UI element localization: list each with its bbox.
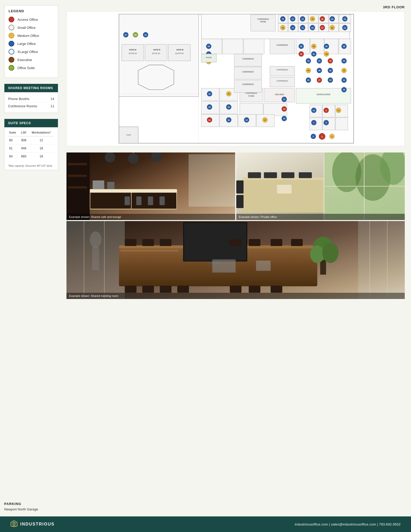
svg-rect-64: [234, 80, 262, 92]
svg-rect-255: [271, 239, 282, 246]
svg-rect-235: [281, 172, 294, 178]
ws-84: 18: [28, 152, 54, 161]
svg-rect-217: [188, 154, 235, 207]
svg-text:18: 18: [283, 108, 285, 110]
svg-text:2: 2: [313, 135, 314, 138]
svg-text:31: 31: [228, 93, 230, 95]
svg-text:SUITE 81: SUITE 81: [152, 52, 160, 55]
office-caption: Example shown: Private office: [236, 214, 405, 220]
svg-text:72: 72: [301, 18, 304, 20]
industrious-icon: [10, 520, 18, 529]
svg-text:71: 71: [301, 27, 304, 29]
svg-rect-237: [277, 185, 291, 194]
conference-rooms-count: 11: [51, 104, 54, 108]
svg-text:PHONE: PHONE: [260, 21, 266, 23]
meeting-rooms-section: SHARED MEETING ROOMS Phone Booths 14 Con…: [4, 84, 58, 113]
svg-rect-251: [142, 239, 154, 246]
svg-rect-257: [125, 286, 137, 293]
svg-rect-246: [120, 250, 179, 252]
suite-specs-header: SUITE SPECS: [4, 119, 58, 127]
svg-text:48: 48: [343, 45, 345, 48]
col-lsf: LSF: [19, 130, 28, 136]
svg-text:50: 50: [325, 45, 327, 48]
svg-text:55: 55: [300, 53, 302, 55]
svg-text:26: 26: [228, 106, 230, 108]
svg-text:25: 25: [208, 106, 211, 108]
floor-plan-svg: SUITE 84 SUITE 81 SUITE 80: [67, 11, 405, 146]
svg-text:SUITE 80: SUITE 80: [175, 52, 184, 55]
svg-rect-260: [177, 286, 189, 293]
svg-rect-25: [251, 15, 275, 31]
table-row: 80 908 12: [8, 136, 54, 144]
large-label: Large Office: [17, 42, 36, 46]
svg-text:CONFERENCE: CONFERENCE: [242, 83, 254, 85]
phone-booths-count: 14: [51, 97, 54, 101]
svg-rect-214: [68, 175, 87, 177]
svg-rect-215: [68, 186, 87, 189]
svg-rect-184: [270, 66, 295, 76]
svg-rect-60: [234, 54, 262, 66]
svg-rect-232: [236, 195, 244, 208]
col-workstations: Workstations*: [28, 130, 54, 136]
svg-text:75: 75: [282, 18, 284, 20]
parking-value: Newport North Garage: [4, 507, 58, 511]
svg-rect-234: [264, 172, 277, 178]
svg-rect-231: [236, 181, 244, 194]
suite-specs-section: SUITE SPECS Suite LSF Workstations* 80 9…: [4, 119, 58, 170]
svg-text:STAIR: STAIR: [126, 134, 131, 136]
svg-text:CONFERENCE: CONFERENCE: [277, 69, 288, 71]
meeting-caption: Example shown: Shared meeting room: [66, 293, 405, 299]
svg-rect-254: [249, 239, 260, 246]
floor-label: 3RD FLOOR: [66, 5, 405, 9]
svg-text:CONFERENCE: CONFERENCE: [242, 58, 254, 60]
suite-80: 80: [8, 136, 19, 144]
svg-rect-256: [291, 239, 303, 246]
svg-text:14: 14: [313, 109, 315, 112]
svg-rect-31: [270, 39, 295, 54]
svg-text:99: 99: [208, 45, 210, 48]
svg-rect-243: [92, 247, 99, 270]
medium-label: Medium Office: [17, 34, 39, 38]
small-dot: [9, 25, 14, 30]
svg-text:67: 67: [321, 27, 323, 29]
svg-point-267: [322, 243, 339, 263]
svg-text:69: 69: [311, 27, 313, 29]
svg-rect-199: [90, 189, 177, 192]
svg-text:66: 66: [331, 27, 333, 29]
svg-text:CONFERENCE: CONFERENCE: [257, 18, 269, 20]
svg-rect-258: [142, 286, 154, 293]
svg-text:PHONE: PHONE: [248, 95, 254, 97]
svg-text:51: 51: [313, 53, 315, 55]
legend-item-executive: Executive: [9, 57, 54, 63]
suite-81: 81: [8, 144, 19, 152]
svg-text:64: 64: [344, 27, 346, 29]
svg-text:15: 15: [283, 117, 285, 120]
svg-rect-272: [256, 261, 271, 271]
svg-text:21: 21: [283, 98, 285, 101]
svg-rect-62: [234, 67, 262, 79]
legend-item-small: Small Office: [9, 25, 54, 30]
svg-text:49: 49: [325, 53, 327, 55]
svg-text:83: 83: [145, 34, 147, 36]
svg-text:70: 70: [311, 18, 313, 20]
svg-text:34: 34: [343, 60, 345, 62]
svg-text:30: 30: [208, 93, 211, 95]
svg-text:CAFE/LOUNGE: CAFE/LOUNGE: [316, 93, 330, 96]
svg-rect-29: [223, 39, 243, 54]
svg-rect-233: [248, 172, 261, 178]
svg-text:76: 76: [282, 27, 284, 29]
svg-text:3: 3: [331, 135, 332, 138]
svg-rect-253: [230, 239, 241, 246]
svg-point-204: [128, 153, 138, 164]
executive-label: Executive: [17, 58, 32, 62]
svg-text:11: 11: [338, 109, 340, 112]
svg-text:65: 65: [331, 18, 333, 20]
legend-title: LEGEND: [9, 9, 54, 13]
svg-rect-44: [335, 118, 348, 130]
svg-text:41: 41: [318, 60, 320, 62]
svg-text:39: 39: [307, 79, 309, 81]
cafe-photo: Example shown: Shared cafe and lounge: [66, 152, 235, 220]
svg-rect-218: [93, 181, 104, 189]
svg-text:68: 68: [321, 18, 323, 20]
xlarge-dot: [9, 49, 14, 55]
